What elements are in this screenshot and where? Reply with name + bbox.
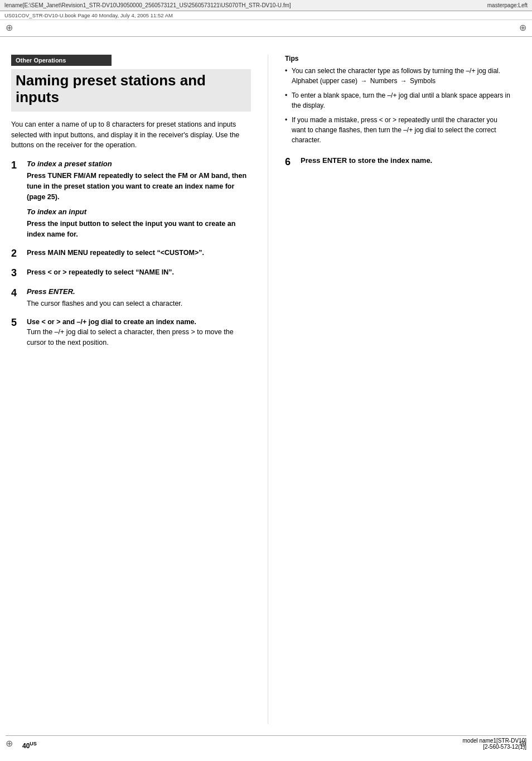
step-3-content: Press < or > repeatedly to select “NAME …	[27, 267, 251, 278]
section-header: Other Operations	[11, 55, 112, 66]
step-6-text: Press ENTER to store the index name.	[301, 156, 513, 165]
step-6: 6 Press ENTER to store the index name.	[285, 156, 513, 168]
step-1: 1 To index a preset station Press TUNER …	[11, 160, 251, 240]
step-1-number: 1	[11, 160, 23, 172]
step-1-heading: To index a preset station	[27, 160, 251, 168]
step-3: 3 Press < or > repeatedly to select “NAM…	[11, 267, 251, 280]
step-4-number: 4	[11, 287, 23, 300]
corner-marks-bottom: ⊕ ⊕	[0, 736, 532, 751]
crosshair-top-right: ⊕	[519, 22, 526, 33]
step-1-content: To index a preset station Press TUNER FM…	[27, 160, 251, 240]
step-5-number: 5	[11, 317, 23, 329]
top-divider	[0, 36, 532, 37]
step-4-heading: Press ENTER.	[27, 287, 251, 296]
step-5-content: Use < or > and –/+ jog dial to create an…	[27, 317, 251, 348]
tips-heading: Tips	[285, 55, 513, 62]
tip-3-text: If you made a mistake, press < or > repe…	[292, 116, 497, 144]
main-content: Other Operations Naming preset stations …	[0, 38, 532, 735]
corner-marks-top: ⊕ ⊕	[0, 20, 532, 35]
masterpage-label: masterpage:Left	[487, 2, 528, 8]
crosshair-top-left: ⊕	[6, 22, 13, 33]
left-column: Other Operations Naming preset stations …	[11, 55, 268, 724]
section-title: Naming preset stations and inputs	[11, 69, 251, 112]
step-6-number: 6	[285, 156, 297, 168]
step-1-sub-heading: To index an input	[27, 208, 251, 216]
tips-section: Tips You can select the character type a…	[285, 55, 513, 145]
crosshair-bottom-left: ⊕	[6, 738, 13, 749]
tip-2: To enter a blank space, turn the –/+ jog…	[285, 90, 513, 110]
tips-list: You can select the character type as fol…	[285, 66, 513, 145]
top-bar: lename[E:\SEM_Janet\Revision1_STR-DV10\J…	[0, 0, 532, 11]
page-num-superscript: US	[30, 741, 37, 746]
file-info-label: US01COV_STR-DV10-U.book Page 40 Monday, …	[4, 12, 173, 18]
step-4: 4 Press ENTER. The cursor flashes and yo…	[11, 287, 251, 309]
step-5: 5 Use < or > and –/+ jog dial to create …	[11, 317, 251, 348]
step-2: 2 Press MAIN MENU repeatedly to select “…	[11, 248, 251, 260]
model-line1: model name1[STR-DV10]	[463, 738, 527, 744]
tip-1-text: You can select the character type as fol…	[292, 67, 500, 85]
step-2-content: Press MAIN MENU repeatedly to select “<C…	[27, 248, 251, 258]
tip-1: You can select the character type as fol…	[285, 66, 513, 86]
step-5-body: Turn the –/+ jog dial to select a charac…	[27, 327, 251, 348]
intro-text: You can enter a name of up to 8 characte…	[11, 119, 251, 151]
sub-bar: US01COV_STR-DV10-U.book Page 40 Monday, …	[0, 11, 532, 20]
step-4-body: The cursor flashes and you can select a …	[27, 298, 251, 309]
step-2-body-bold: Press MAIN MENU repeatedly to select “<C…	[27, 248, 251, 258]
step-1-body-bold: Press TUNER FM/AM repeatedly to select t…	[27, 171, 251, 202]
step-1-sub-body-bold: Press the input button to select the inp…	[27, 219, 251, 240]
step-4-content: Press ENTER. The cursor flashes and you …	[27, 287, 251, 309]
step-2-number: 2	[11, 248, 23, 260]
model-info: model name1[STR-DV10] [2-560-573-12(1)]	[463, 738, 527, 750]
model-line2: [2-560-573-12(1)]	[463, 744, 527, 750]
page-number: 40US	[22, 741, 37, 750]
page-num-value: 40	[22, 742, 30, 750]
step-5-body-bold: Use < or > and –/+ jog dial to create an…	[27, 317, 251, 327]
step-6-content: Press ENTER to store the index name.	[301, 156, 513, 165]
right-column: Tips You can select the character type a…	[268, 55, 513, 724]
step-3-body-bold: Press < or > repeatedly to select “NAME …	[27, 267, 251, 278]
step-3-number: 3	[11, 267, 23, 280]
tip-2-text: To enter a blank space, turn the –/+ jog…	[292, 91, 510, 109]
tip-3: If you made a mistake, press < or > repe…	[285, 115, 513, 145]
filename-label: lename[E:\SEM_Janet\Revision1_STR-DV10\J…	[4, 2, 291, 8]
